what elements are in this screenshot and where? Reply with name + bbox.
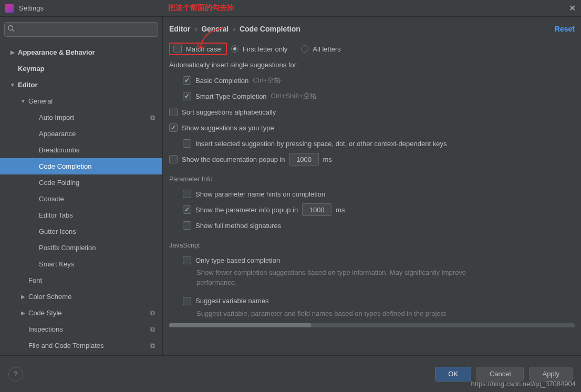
sidebar-item-color-scheme[interactable]: ▶Color Scheme [0, 288, 162, 305]
apply-button[interactable]: Apply [529, 367, 573, 381]
copy-icon: ⧉ [150, 114, 155, 122]
sidebar-item-label: Appearance [39, 130, 76, 138]
suggestions-asyoutype-checkbox[interactable] [169, 123, 178, 132]
doc-popup-label-a: Show the documentation popup in [182, 156, 285, 163]
type-based-checkbox[interactable] [183, 256, 191, 264]
sidebar-item-font[interactable]: Font [0, 272, 162, 288]
sidebar-item-label: Font [28, 276, 42, 284]
match-case-highlight: Match case: [169, 43, 227, 55]
doc-popup-label-b: ms [323, 156, 332, 163]
smart-completion-label: Smart Type Completion [195, 92, 267, 100]
javascript-section: JavaScript [169, 242, 575, 249]
sidebar-item-label: Editor [18, 81, 38, 89]
annotation-text: 把这个前面的勾去掉 [168, 3, 234, 13]
sidebar-item-label: Smart Keys [39, 260, 74, 268]
breadcrumb-editor[interactable]: Editor [169, 25, 190, 33]
suggestions-asyoutype-label: Show suggestions as you type [182, 124, 274, 132]
expander-icon: ▼ [9, 82, 16, 88]
content-panel: 把这个前面的勾去掉 Editor › General › Code Comple… [163, 17, 581, 355]
insert-selected-checkbox[interactable] [183, 139, 191, 148]
param-popup-label-b: ms [336, 206, 345, 214]
help-button[interactable]: ? [8, 367, 23, 381]
sidebar-item-gutter-icons[interactable]: Gutter Icons [0, 223, 162, 240]
sidebar-item-inspections[interactable]: Inspections⧉ [0, 321, 162, 337]
copy-icon: ⧉ [150, 325, 155, 334]
breadcrumb-code-completion: Code Completion [240, 25, 300, 33]
sidebar-item-label: Postfix Completion [39, 244, 96, 252]
search-icon [7, 25, 15, 34]
horizontal-scrollbar[interactable] [169, 323, 575, 327]
sidebar-item-label: File and Code Templates [28, 342, 104, 349]
svg-line-1 [13, 30, 15, 32]
chevron-right-icon: › [233, 25, 235, 33]
sidebar-item-code-completion[interactable]: Code Completion [0, 158, 162, 174]
sidebar-item-label: Breadcrumbs [39, 146, 79, 154]
sidebar-item-label: General [28, 97, 53, 105]
sidebar-item-label: Code Style [28, 309, 62, 317]
first-letter-radio[interactable] [231, 45, 238, 53]
expander-icon: ▶ [20, 294, 26, 300]
match-case-checkbox[interactable] [173, 45, 182, 53]
smart-completion-hint: Ctrl+Shift+空格 [271, 91, 317, 101]
sidebar-item-code-folding[interactable]: Code Folding [0, 174, 162, 191]
basic-completion-checkbox[interactable] [183, 76, 191, 85]
search-input[interactable] [4, 22, 158, 37]
doc-popup-checkbox[interactable] [169, 155, 178, 163]
sidebar-item-label: Code Folding [39, 179, 79, 187]
sidebar-item-label: Inspections [28, 325, 63, 333]
smart-completion-checkbox[interactable] [183, 92, 191, 100]
sidebar-item-editor-tabs[interactable]: Editor Tabs [0, 207, 162, 223]
sidebar-item-label: Appearance & Behavior [18, 48, 95, 56]
param-popup-input[interactable] [302, 203, 331, 216]
sidebar-item-file-and-code-templates[interactable]: File and Code Templates⧉ [0, 337, 162, 354]
sidebar-item-editor[interactable]: ▼Editor [0, 77, 162, 93]
breadcrumb-general[interactable]: General [201, 25, 229, 33]
sidebar-item-label: Color Scheme [28, 293, 71, 301]
copy-icon: ⧉ [150, 342, 155, 350]
sidebar-item-postfix-completion[interactable]: Postfix Completion [0, 240, 162, 256]
type-based-desc: Show fewer completion suggestions based … [183, 268, 466, 288]
all-letters-radio[interactable] [301, 45, 308, 53]
sidebar-item-appearance-behavior[interactable]: ▶Appearance & Behavior [0, 44, 162, 60]
sidebar-item-appearance[interactable]: Appearance [0, 126, 162, 142]
expander-icon: ▶ [20, 310, 26, 316]
sidebar-item-label: Code Completion [39, 162, 91, 170]
sidebar-item-label: Gutter Icons [39, 228, 76, 235]
svg-point-0 [8, 26, 13, 30]
insert-selected-label: Insert selected suggestion by pressing s… [195, 140, 447, 148]
sidebar-item-label: Auto Import [39, 114, 74, 121]
sidebar-item-smart-keys[interactable]: Smart Keys [0, 256, 162, 272]
sidebar-item-code-style[interactable]: ▶Code Style⧉ [0, 305, 162, 321]
basic-completion-label: Basic Completion [195, 77, 248, 85]
auto-insert-label: Automatically insert single suggestions … [169, 61, 298, 69]
sidebar-item-general[interactable]: ▼General [0, 93, 162, 109]
search-field[interactable] [4, 22, 158, 37]
expander-icon: ▼ [20, 98, 26, 104]
param-popup-checkbox[interactable] [183, 205, 191, 214]
type-based-label: Only type-based completion [195, 256, 280, 264]
cancel-button[interactable]: Cancel [476, 367, 524, 381]
doc-popup-input[interactable] [289, 153, 319, 166]
sidebar-item-auto-import[interactable]: Auto Import⧉ [0, 109, 162, 126]
close-icon[interactable]: ✕ [569, 3, 576, 13]
full-signature-checkbox[interactable] [183, 221, 191, 230]
suggest-var-desc: Suggest variable, parameter and field na… [183, 309, 466, 319]
sort-alpha-checkbox[interactable] [169, 108, 178, 116]
settings-tree: ▶Appearance & BehaviorKeymap▼Editor▼Gene… [0, 41, 162, 355]
full-signature-label: Show full method signatures [195, 222, 281, 230]
param-popup-label-a: Show the parameter info popup in [195, 206, 298, 214]
suggest-var-checkbox[interactable] [183, 297, 191, 305]
reset-link[interactable]: Reset [555, 25, 575, 33]
sidebar-item-console[interactable]: Console [0, 191, 162, 207]
expander-icon: ▶ [9, 49, 16, 55]
param-hints-label: Show parameter name hints on completion [195, 190, 325, 198]
sort-alpha-label: Sort suggestions alphabetically [182, 108, 276, 116]
sidebar-item-keymap[interactable]: Keymap [0, 60, 162, 77]
sidebar-item-label: Editor Tabs [39, 211, 73, 219]
copy-icon: ⧉ [150, 309, 155, 317]
parameter-info-section: Parameter Info [169, 176, 575, 183]
sidebar-item-breadcrumbs[interactable]: Breadcrumbs [0, 142, 162, 158]
titlebar: Settings ✕ [0, 0, 581, 17]
ok-button[interactable]: OK [435, 367, 471, 381]
param-hints-checkbox[interactable] [183, 190, 191, 198]
